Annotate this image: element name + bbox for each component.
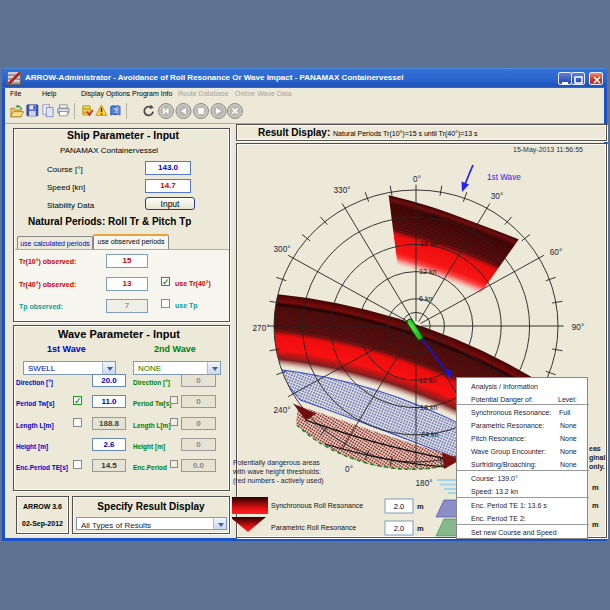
svg-text:?: ? <box>113 107 117 114</box>
